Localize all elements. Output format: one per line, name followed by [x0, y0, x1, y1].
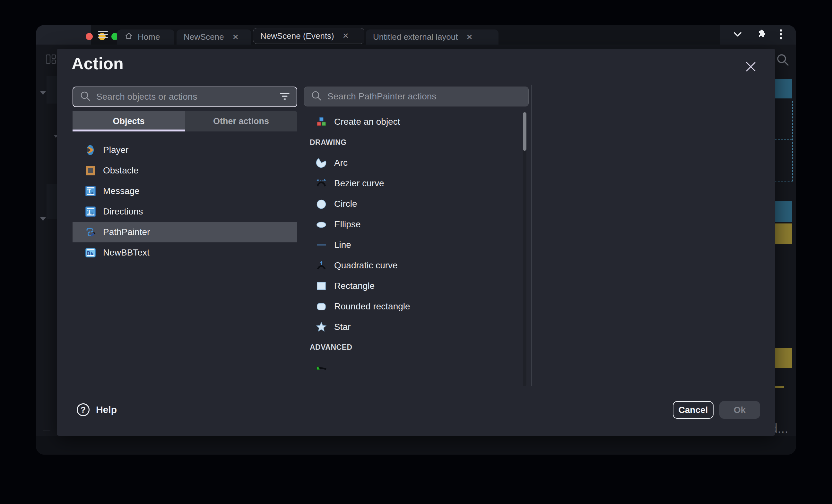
help-label: Help [96, 404, 117, 415]
action-item-rectangle[interactable]: Rectangle [304, 276, 521, 296]
ellipse-icon [315, 219, 327, 230]
close-tab-icon[interactable]: ✕ [342, 31, 349, 40]
star-icon [315, 321, 327, 333]
tab-label: NewScene [184, 32, 224, 42]
circle-icon [315, 198, 327, 210]
rounded-rectangle-icon [315, 301, 327, 312]
rectangle-icon [315, 280, 327, 292]
object-label: Directions [103, 206, 143, 217]
object-label: PathPainter [103, 227, 150, 237]
tab-newscene[interactable]: NewScene ✕ [177, 29, 251, 45]
traffic-light-zone [36, 25, 91, 45]
action-item-create-object[interactable]: Create an object [304, 112, 521, 132]
action-item-arc[interactable]: Arc [304, 152, 521, 173]
action-label: Rounded rectangle [334, 301, 410, 312]
tab-untitled-external-layout[interactable]: Untitled external layout ✕ [366, 29, 498, 45]
layout-panel-icon [46, 55, 56, 65]
tab-label: Untitled external layout [373, 32, 458, 42]
help-link[interactable]: ? Help [77, 403, 117, 416]
window-close-button[interactable] [86, 33, 93, 40]
section-header-drawing: DRAWING [310, 138, 347, 147]
help-icon: ? [77, 403, 89, 416]
scrollbar-track[interactable] [523, 112, 526, 386]
scrollbar-thumb[interactable] [523, 112, 526, 151]
action-label: Circle [334, 199, 357, 209]
topbar-actions [720, 25, 796, 45]
action-item-quadratic-curve[interactable]: Quadratic curve [304, 255, 521, 276]
svg-text:T: T [87, 188, 91, 195]
section-header-advanced: ADVANCED [310, 343, 353, 352]
object-row-obstacle[interactable]: Obstacle [73, 160, 297, 181]
svg-text:x: x [91, 211, 93, 216]
arc-icon [315, 157, 327, 169]
action-dialog: Action [57, 49, 775, 436]
actions-list: Create an object DRAWING Arc Bezier curv… [304, 112, 529, 386]
panel-divider [531, 85, 532, 386]
tab-other-actions[interactable]: Other actions [185, 111, 297, 132]
object-label: Obstacle [103, 165, 139, 176]
object-row-player[interactable]: Player [73, 140, 297, 160]
object-row-newbbtext[interactable]: Bb NewBBText [73, 242, 297, 263]
ok-button[interactable]: Ok [719, 401, 760, 419]
dialog-close-icon[interactable] [744, 60, 758, 74]
line-icon [315, 239, 327, 251]
action-item-circle[interactable]: Circle [304, 194, 521, 214]
objects-search-box [73, 87, 297, 107]
action-item-ellipse[interactable]: Ellipse [304, 214, 521, 235]
object-label: Player [103, 145, 128, 155]
quadratic-curve-icon [315, 260, 327, 271]
text-object-icon: Tx [85, 185, 96, 197]
extensions-puzzle-icon[interactable] [756, 29, 766, 41]
object-label: NewBBText [103, 248, 150, 258]
pathpainter-object-icon [85, 226, 96, 238]
home-icon [124, 31, 133, 43]
search-icon[interactable] [776, 53, 790, 68]
actions-search-input[interactable] [328, 91, 522, 102]
create-object-icon [315, 116, 327, 128]
action-item-begin-fill-path[interactable] [304, 358, 521, 378]
svg-text:B: B [87, 250, 90, 256]
object-row-directions[interactable]: Tx Directions [73, 201, 297, 222]
filter-icon[interactable] [279, 92, 290, 102]
svg-text:x: x [91, 191, 93, 195]
tab-newscene-events[interactable]: NewScene (Events) ✕ [253, 28, 364, 44]
object-source-tabs: Objects Other actions [73, 111, 297, 132]
tab-home[interactable]: Home [117, 29, 174, 45]
svg-text:b: b [91, 252, 93, 256]
search-icon [311, 90, 322, 103]
more-vertical-icon[interactable] [779, 29, 783, 41]
action-item-partial[interactable] [304, 381, 521, 386]
objects-search-input[interactable] [96, 92, 274, 102]
action-label: Bezier curve [334, 178, 384, 189]
action-label: Create an object [334, 117, 400, 127]
action-item-line[interactable]: Line [304, 235, 521, 255]
bezier-curve-icon [315, 178, 327, 189]
action-item-star[interactable]: Star [304, 317, 521, 337]
action-label: Star [334, 322, 350, 332]
action-item-bezier-curve[interactable]: Bezier curve [304, 173, 521, 194]
action-label: Quadratic curve [334, 260, 398, 271]
tab-objects[interactable]: Objects [73, 111, 185, 132]
close-tab-icon[interactable]: ✕ [232, 33, 239, 42]
object-row-pathpainter[interactable]: PathPainter [73, 222, 297, 242]
close-tab-icon[interactable]: ✕ [466, 33, 472, 42]
dialog-title: Action [72, 54, 124, 73]
screen: Home NewScene ✕ NewScene (Events) ✕ Unti… [0, 0, 832, 504]
obstacle-object-icon [85, 165, 96, 176]
search-icon [80, 90, 91, 103]
tab-label: NewScene (Events) [260, 31, 334, 41]
cancel-button[interactable]: Cancel [673, 401, 713, 419]
svg-text:T: T [87, 209, 91, 215]
begin-fill-path-icon [315, 362, 327, 373]
action-label: Ellipse [334, 219, 361, 229]
bbtext-object-icon: Bb [85, 247, 96, 258]
chevron-down-icon[interactable] [733, 31, 742, 38]
action-label: Line [334, 240, 351, 250]
expand-caret-icon[interactable] [40, 91, 46, 95]
hamburger-menu-icon[interactable] [98, 31, 108, 39]
tab-label: Home [138, 32, 160, 42]
titlebar: Home NewScene ✕ NewScene (Events) ✕ Unti… [36, 25, 796, 45]
object-row-message[interactable]: Tx Message [73, 181, 297, 201]
action-item-rounded-rectangle[interactable]: Rounded rectangle [304, 296, 521, 317]
text-object-icon: Tx [85, 206, 96, 217]
